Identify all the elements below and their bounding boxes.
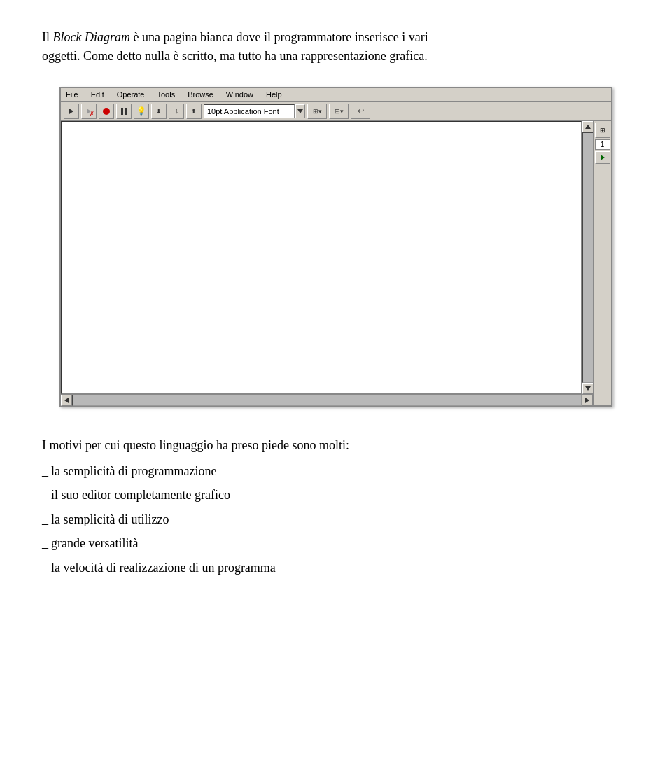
intro-text-line2: oggetti. Come detto nulla è scritto, ma … [42,49,428,63]
intro-text-suffix1: è una pagina bianca dove il programmator… [130,30,428,44]
bullet-item-4: _ grande versatilità [42,533,630,554]
broken-run-button[interactable]: ✗ [81,104,97,119]
distribute-icon: ⊟▾ [335,108,344,115]
page-grid-icon: ⊞ [595,122,610,138]
bullet-text-1: la semplicità di programmazione [51,461,216,482]
bullet-dash-2: _ [42,484,48,506]
distribute-button[interactable]: ⊟▾ [329,104,349,119]
broken-indicator: ✗ [90,111,94,117]
step-out-button[interactable]: ⬆ [186,104,202,119]
canvas-area [61,121,593,405]
toolbar: ✗ 💡 ⬇ ⤵ ⬆ 10pt Applicati [61,102,611,121]
chevron-down-icon [298,109,303,113]
bullet-item-2: _ il suo editor completamente grafico [42,484,630,506]
bullet-item-5: _ la velocità di realizzazione di un pro… [42,557,630,579]
labview-window: File Edit Operate Tools Browse Window He… [59,87,612,407]
align-button[interactable]: ⊞▾ [307,104,327,119]
bullet-text-5: la velocità di realizzazione di un progr… [51,557,276,579]
undo-button[interactable]: ↩ [351,104,370,119]
stop-icon [103,108,110,115]
highlight-button[interactable]: 💡 [134,104,149,119]
menu-window[interactable]: Window [224,90,255,99]
step-out-icon: ⬆ [191,108,197,115]
horizontal-scrollbar[interactable] [61,394,593,405]
menu-tools[interactable]: Tools [155,90,177,99]
page-number: 1 [595,139,610,150]
scroll-right-icon [585,398,589,403]
bottom-content: I motivi per cui questo linguaggio ha pr… [42,435,630,579]
pause-button[interactable] [116,104,132,119]
step-into-icon: ⬇ [156,108,162,115]
run-icon [69,108,74,114]
canvas-row [61,121,593,394]
bullet-item-1: _ la semplicità di programmazione [42,461,630,482]
align-icon: ⊞▾ [313,108,322,115]
bottom-intro: I motivi per cui questo linguaggio ha pr… [42,435,630,456]
font-selector[interactable]: 10pt Application Font [204,104,305,118]
undo-icon: ↩ [358,106,364,115]
vertical-scrollbar[interactable] [582,121,593,394]
intro-text-prefix: Il [42,30,53,44]
page-nav-button[interactable] [595,151,610,164]
menu-browse[interactable]: Browse [186,90,216,99]
menu-operate[interactable]: Operate [115,90,147,99]
step-over-icon: ⤵ [175,108,178,115]
bullet-dash-1: _ [42,461,48,482]
page-nav-icon [601,155,605,160]
main-area: ⊞ 1 [61,121,611,405]
scroll-left-button[interactable] [61,395,72,406]
run-button[interactable] [64,104,79,119]
bulb-icon: 💡 [136,106,146,115]
bullet-dash-3: _ [42,509,48,531]
block-diagram-canvas[interactable] [61,121,582,394]
bullet-dash-5: _ [42,557,48,579]
menu-bar: File Edit Operate Tools Browse Window He… [61,88,611,102]
font-name-text: 10pt Application Font [207,107,279,115]
scroll-up-button[interactable] [582,121,594,132]
scroll-left-icon [64,398,69,403]
bullet-text-2: il suo editor completamente grafico [51,484,230,506]
right-panel: ⊞ 1 [593,121,611,405]
bullet-text-4: grande versatilità [51,533,138,554]
scroll-right-button[interactable] [582,395,593,406]
scroll-track-horizontal[interactable] [72,395,582,406]
scroll-down-button[interactable] [582,383,594,394]
menu-edit[interactable]: Edit [89,90,106,99]
menu-help[interactable]: Help [264,90,284,99]
bullet-text-3: la semplicità di utilizzo [51,509,169,531]
grid-icon: ⊞ [600,127,606,134]
scroll-up-icon [585,125,591,129]
font-name-box: 10pt Application Font [204,104,295,118]
step-into-button[interactable]: ⬇ [151,104,167,119]
stop-button[interactable] [99,104,114,119]
intro-paragraph: Il Block Diagram è una pagina bianca dov… [42,28,630,66]
scroll-track-vertical[interactable] [582,132,594,383]
step-over-button[interactable]: ⤵ [169,104,184,119]
font-dropdown-arrow[interactable] [295,104,305,118]
scroll-down-icon [585,386,591,391]
bullet-item-3: _ la semplicità di utilizzo [42,509,630,531]
menu-file[interactable]: File [64,90,80,99]
intro-italic: Block Diagram [53,30,130,44]
pause-icon [121,108,127,115]
bullet-dash-4: _ [42,533,48,554]
